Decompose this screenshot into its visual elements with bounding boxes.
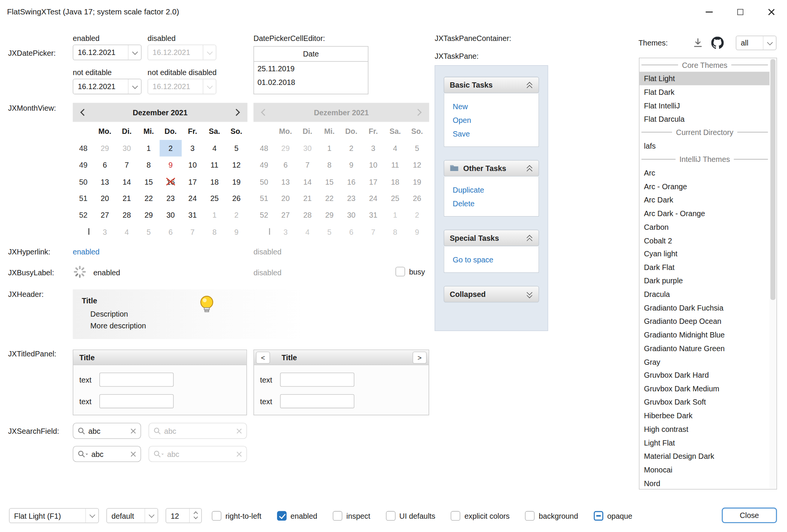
search-dropdown-icon[interactable]: [78, 450, 88, 458]
monthview-day[interactable]: 29: [94, 140, 116, 157]
hyperlink-enabled[interactable]: enabled: [73, 247, 100, 256]
theme-item[interactable]: Gradianto Dark Fuchsia: [639, 301, 770, 315]
theme-item[interactable]: Carbon: [639, 220, 770, 234]
taskpane-link[interactable]: Save: [453, 127, 534, 141]
monthview-day[interactable]: 14: [116, 173, 138, 190]
checkbox-opaque[interactable]: opaque: [593, 511, 632, 520]
checkbox-box[interactable]: [333, 511, 342, 520]
text-input[interactable]: [99, 394, 174, 408]
monthview-day[interactable]: 1: [138, 140, 160, 157]
monthview-day[interactable]: 2: [225, 207, 247, 223]
theme-item[interactable]: Light Flat: [639, 436, 770, 449]
scrollbar-thumb[interactable]: [770, 59, 775, 300]
download-icon[interactable]: [692, 37, 704, 49]
table-row[interactable]: 25.11.2019: [254, 62, 368, 75]
theme-item[interactable]: Arc: [639, 166, 770, 180]
theme-item[interactable]: lafs: [639, 139, 770, 153]
minimize-button[interactable]: [694, 0, 725, 24]
monthview-day[interactable]: 17: [181, 173, 203, 190]
theme-item[interactable]: Flat Dark: [639, 85, 770, 99]
monthview-day[interactable]: 3: [181, 140, 203, 157]
dropdown-arrow[interactable]: [145, 508, 157, 523]
expand-icon[interactable]: [527, 290, 533, 298]
checkbox-background[interactable]: background: [525, 511, 578, 520]
monthview-day[interactable]: 26: [225, 190, 247, 207]
monthview-day[interactable]: 4: [116, 223, 138, 240]
monthview-day[interactable]: 10: [181, 157, 203, 173]
checkbox-box[interactable]: [451, 511, 460, 520]
search-field-enabled[interactable]: abc: [73, 423, 141, 439]
monthview-day[interactable]: 30: [160, 207, 182, 223]
datepicker-dropdown-button[interactable]: [128, 79, 141, 94]
checkbox-inspect[interactable]: inspect: [333, 511, 370, 520]
next-month-button[interactable]: [225, 103, 247, 122]
collapse-icon[interactable]: [527, 81, 533, 89]
theme-item[interactable]: Dark Flat: [639, 261, 770, 274]
monthview-day[interactable]: 22: [138, 190, 160, 207]
spinner-buttons[interactable]: [189, 508, 201, 523]
datepicker-enabled[interactable]: 16.12.2021: [73, 45, 142, 60]
theme-item[interactable]: Monocai: [639, 463, 770, 476]
monthview-day[interactable]: 19: [225, 173, 247, 190]
theme-item[interactable]: High contrast: [639, 422, 770, 436]
monthview-day[interactable]: 6: [94, 157, 116, 173]
monthview-day[interactable]: 23: [160, 190, 182, 207]
theme-item[interactable]: Arc Dark - Orange: [639, 207, 770, 220]
monthview-day[interactable]: 2: [160, 140, 182, 157]
theme-item[interactable]: Gruvbox Dark Medium: [639, 382, 770, 395]
taskpane-link[interactable]: Open: [453, 113, 534, 127]
font-size-spinner[interactable]: 12: [165, 508, 201, 523]
taskpane-header[interactable]: Collapsed: [444, 286, 539, 303]
text-input[interactable]: [280, 373, 354, 387]
monthview-day[interactable]: 28: [116, 207, 138, 223]
theme-item[interactable]: Gruvbox Dark Soft: [639, 395, 770, 409]
github-icon[interactable]: [711, 37, 724, 49]
monthview-day[interactable]: 9: [225, 223, 247, 240]
prev-month-button[interactable]: [73, 103, 95, 122]
clear-icon[interactable]: [131, 451, 136, 457]
text-input[interactable]: [99, 373, 174, 387]
theme-item[interactable]: Flat IntelliJ: [639, 99, 770, 112]
clear-icon[interactable]: [131, 428, 136, 434]
checkbox-box[interactable]: [593, 511, 603, 520]
table-column-header[interactable]: Date: [254, 47, 368, 62]
theme-item[interactable]: Gray: [639, 355, 770, 369]
monthview-day[interactable]: 25: [203, 190, 225, 207]
monthview-day[interactable]: 21: [116, 190, 138, 207]
themes-scrollbar[interactable]: [770, 59, 776, 489]
maximize-button[interactable]: [725, 0, 756, 24]
close-button[interactable]: Close: [722, 508, 777, 523]
theme-item[interactable]: Hiberbee Dark: [639, 409, 770, 422]
monthview-day[interactable]: 8: [138, 157, 160, 173]
monthview-day[interactable]: 8: [203, 223, 225, 240]
monthview-day[interactable]: 5: [138, 223, 160, 240]
theme-item[interactable]: Arc Dark: [639, 193, 770, 207]
close-window-button[interactable]: [756, 0, 787, 24]
taskpane-header[interactable]: Other Tasks: [444, 160, 539, 177]
checkbox-box[interactable]: [386, 511, 395, 520]
taskpane-header[interactable]: Special Tasks: [444, 230, 539, 246]
monthview-day[interactable]: 15: [138, 173, 160, 190]
titledpanel-right-button[interactable]: >: [412, 352, 427, 364]
theme-item[interactable]: Material Design Dark: [639, 449, 770, 463]
checkbox-busy[interactable]: busy: [395, 267, 425, 276]
titledpanel-left-button[interactable]: <: [256, 352, 270, 364]
monthview-day[interactable]: 30: [116, 140, 138, 157]
laf-combo[interactable]: Flat Light (F1): [9, 508, 99, 523]
theme-item[interactable]: Gradianto Nature Green: [639, 341, 770, 355]
collapse-icon[interactable]: [527, 234, 533, 242]
monthview-day[interactable]: 20: [94, 190, 116, 207]
collapse-icon[interactable]: [527, 165, 533, 172]
checkbox-enabled[interactable]: enabled: [277, 511, 317, 520]
table-row[interactable]: 01.02.2018: [254, 75, 368, 89]
theme-item[interactable]: Cobalt 2: [639, 234, 770, 247]
datepicker-dropdown-button[interactable]: [128, 45, 141, 60]
search-field-with-menu[interactable]: abc: [73, 446, 141, 462]
search-input[interactable]: abc: [88, 427, 127, 435]
theme-item[interactable]: Dracula: [639, 287, 770, 301]
dropdown-arrow[interactable]: [763, 36, 776, 50]
monthview-day[interactable]: 6: [160, 223, 182, 240]
monthview-day[interactable]: 11: [203, 157, 225, 173]
theme-item[interactable]: Cyan light: [639, 247, 770, 261]
monthview-day[interactable]: 16: [160, 173, 182, 190]
